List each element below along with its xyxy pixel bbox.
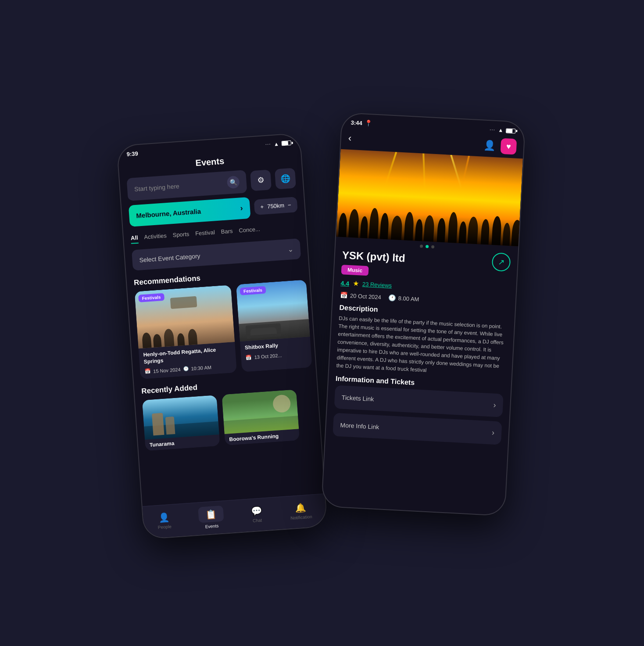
- rating-number[interactable]: 4.4: [340, 280, 349, 287]
- back-button[interactable]: ‹: [348, 133, 352, 144]
- people-nav-label: People: [157, 524, 172, 530]
- chevron-down-icon: ⌄: [287, 245, 293, 254]
- nav-chat[interactable]: 💬 Chat: [251, 506, 263, 524]
- info-section: Information and Tickets Tickets Link › M…: [326, 374, 511, 445]
- chat-nav-icon: 💬: [251, 506, 263, 517]
- battery-icon-1: [281, 140, 291, 146]
- wifi-icon-1: ▲: [273, 140, 279, 147]
- dot-2: [425, 245, 428, 248]
- reviews-link[interactable]: 23 Reviews: [362, 281, 392, 289]
- tickets-link-label: Tickets Link: [341, 394, 374, 402]
- calendar-icon-2: 📅: [245, 355, 252, 361]
- signal-dots-1: ···: [265, 142, 271, 147]
- favorite-button[interactable]: ♥: [500, 138, 517, 155]
- time-2: 3:44: [351, 119, 362, 126]
- time-item: 🕐 8.00 AM: [388, 294, 419, 303]
- location-dot-icon: 📍: [365, 119, 372, 127]
- signal-dots-2: ···: [490, 128, 495, 132]
- select-text: Select Event Category: [139, 252, 200, 263]
- clock-icon: 🕐: [183, 366, 189, 372]
- card-shitbox-badge: Festivals: [240, 286, 266, 295]
- add-friend-button[interactable]: 👤: [483, 140, 496, 151]
- search-icon[interactable]: 🔍: [227, 176, 240, 189]
- dot-1: [419, 244, 422, 248]
- more-info-arrow-icon: ›: [492, 428, 495, 438]
- dot-3: [431, 245, 434, 248]
- henly-date: 15 Nov 2024: [153, 366, 181, 373]
- nav-notification[interactable]: 🔔 Notification: [290, 502, 312, 520]
- henly-time: 10:30 AM: [191, 364, 211, 371]
- heart-icon: ♥: [506, 142, 511, 151]
- distance-label: 750km: [267, 202, 285, 210]
- phone-1: 9:39 ··· ▲ Events Start typing here 🔍 ⚙: [116, 133, 328, 539]
- card-henly-image: Festivals: [135, 285, 235, 348]
- shitbox-date: 13 Oct 202...: [254, 353, 282, 360]
- globe-icon: 🌐: [280, 173, 290, 183]
- more-info-label: More Info Link: [340, 421, 379, 431]
- location-text: Melbourne, Australia: [136, 208, 201, 219]
- share-icon: ↗: [497, 257, 504, 267]
- nav-people[interactable]: 👤 People: [157, 512, 172, 530]
- tab-activities[interactable]: Activities: [144, 230, 167, 243]
- notification-nav-label: Notification: [290, 514, 312, 520]
- events-nav-icon: 📋: [205, 509, 217, 520]
- tab-bars[interactable]: Bars: [221, 226, 233, 238]
- nav-events[interactable]: 📋 Events: [198, 506, 224, 530]
- plus-icon: +: [260, 204, 264, 210]
- tab-festival[interactable]: Festival: [195, 227, 215, 240]
- card-shitbox-image: Festivals: [236, 280, 310, 341]
- events-nav-label: Events: [205, 524, 218, 529]
- calendar-icon-p2: 📅: [340, 291, 348, 299]
- wifi-icon-2: ▲: [498, 127, 504, 133]
- more-info-link-row[interactable]: More Info Link ›: [333, 413, 502, 445]
- phone-2: 3:44 📍 ··· ▲ ‹ 👤 ♥: [321, 112, 526, 517]
- chat-nav-label: Chat: [253, 518, 262, 523]
- clock-icon-p2: 🕐: [388, 294, 396, 301]
- card-shitbox[interactable]: Festivals Shitbox Rally 📅 13 Oct 202...: [236, 280, 312, 372]
- event-date: 20 Oct 2024: [350, 292, 382, 301]
- card-henly[interactable]: Festivals Henly-on-Todd Regatta, Alice S…: [135, 285, 237, 379]
- status-icons-2: ··· ▲: [490, 126, 515, 134]
- header-actions: 👤 ♥: [483, 137, 517, 155]
- event-time: 8.00 AM: [398, 294, 419, 302]
- card-boorowa[interactable]: Boorowa's Running: [222, 390, 300, 446]
- filter-button[interactable]: ⚙: [250, 169, 272, 191]
- people-nav-icon: 👤: [158, 512, 170, 523]
- time-1: 9:39: [126, 150, 138, 158]
- date-item: 📅 20 Oct 2024: [340, 291, 382, 301]
- search-placeholder: Start typing here: [134, 183, 180, 193]
- event-genre-badge: Music: [341, 265, 369, 276]
- recommendations-cards: Festivals Henly-on-Todd Regatta, Alice S…: [128, 280, 316, 380]
- boorowa-image: [222, 390, 299, 434]
- event-hero-image: [336, 149, 523, 246]
- tab-sports[interactable]: Sports: [172, 229, 190, 241]
- location-arrow-icon: ›: [240, 204, 243, 213]
- card-henly-badge: Festivals: [138, 293, 165, 302]
- filter-icon: ⚙: [257, 175, 265, 185]
- tab-conce[interactable]: Conce...: [239, 224, 261, 236]
- screen-1: Events Start typing here 🔍 ⚙ 🌐 Melbourne…: [118, 147, 327, 536]
- status-icons-1: ··· ▲: [265, 140, 291, 147]
- screen-2: ‹ 👤 ♥: [322, 127, 524, 514]
- notification-nav-icon: 🔔: [295, 502, 307, 514]
- star-icon: ★: [352, 280, 359, 288]
- description-text: DJs can easily be the life of the party …: [336, 314, 507, 378]
- event-info: ↗ YSK (pvt) ltd Music 4.4 ★ 23 Reviews 📅…: [329, 245, 518, 378]
- tab-all[interactable]: All: [130, 233, 138, 244]
- globe-button[interactable]: 🌐: [275, 168, 296, 189]
- tickets-arrow-icon: ›: [493, 401, 496, 410]
- distance-pill[interactable]: + 750km −: [254, 197, 297, 215]
- calendar-icon: 📅: [144, 369, 151, 375]
- minus-icon: −: [288, 201, 292, 208]
- tunarama-image: [142, 395, 219, 440]
- battery-icon-2: [506, 128, 516, 133]
- card-tunarama[interactable]: Tunarama: [142, 395, 220, 451]
